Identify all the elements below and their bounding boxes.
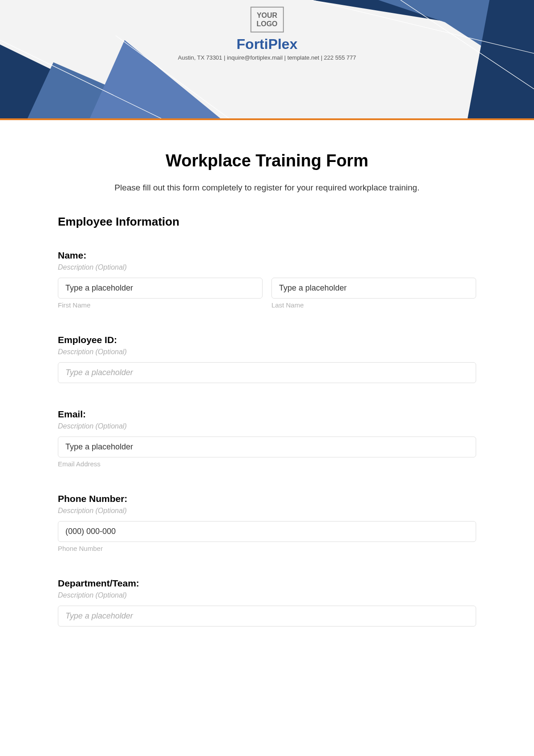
field-description-department: Description (Optional) [58, 591, 476, 599]
field-label-phone: Phone Number: [58, 493, 476, 504]
field-group-employee-id: Employee ID: Description (Optional) [58, 335, 476, 383]
last-name-sublabel: Last Name [271, 301, 476, 309]
field-label-email: Email: [58, 409, 476, 420]
department-input[interactable] [58, 606, 476, 627]
field-label-department: Department/Team: [58, 578, 476, 589]
field-description-email: Description (Optional) [58, 422, 476, 430]
phone-sublabel: Phone Number [58, 545, 476, 552]
header-banner: YOURLOGO FortiPlex Austin, TX 73301 | in… [0, 0, 534, 120]
field-label-employee-id: Employee ID: [58, 335, 476, 345]
form-content: Workplace Training Form Please fill out … [0, 120, 534, 670]
form-description: Please fill out this form completely to … [58, 183, 476, 193]
field-group-name: Name: Description (Optional) First Name … [58, 250, 476, 309]
first-name-input[interactable] [58, 278, 263, 299]
field-label-name: Name: [58, 250, 476, 261]
first-name-sublabel: First Name [58, 301, 263, 309]
last-name-input[interactable] [271, 278, 476, 299]
email-input[interactable] [58, 437, 476, 457]
company-info: Austin, TX 73301 | inquire@fortiplex.mai… [178, 54, 356, 61]
field-group-phone: Phone Number: Description (Optional) Pho… [58, 493, 476, 552]
phone-input[interactable] [58, 521, 476, 542]
logo-placeholder: YOURLOGO [250, 7, 283, 32]
email-sublabel: Email Address [58, 460, 476, 468]
form-title: Workplace Training Form [58, 151, 476, 170]
section-heading-employee-info: Employee Information [58, 215, 476, 229]
field-group-department: Department/Team: Description (Optional) [58, 578, 476, 627]
company-name: FortiPlex [178, 36, 356, 53]
employee-id-input[interactable] [58, 362, 476, 383]
field-description-phone: Description (Optional) [58, 507, 476, 515]
field-description-name: Description (Optional) [58, 263, 476, 271]
field-group-email: Email: Description (Optional) Email Addr… [58, 409, 476, 468]
field-description-employee-id: Description (Optional) [58, 348, 476, 356]
header-content: YOURLOGO FortiPlex Austin, TX 73301 | in… [178, 7, 356, 61]
